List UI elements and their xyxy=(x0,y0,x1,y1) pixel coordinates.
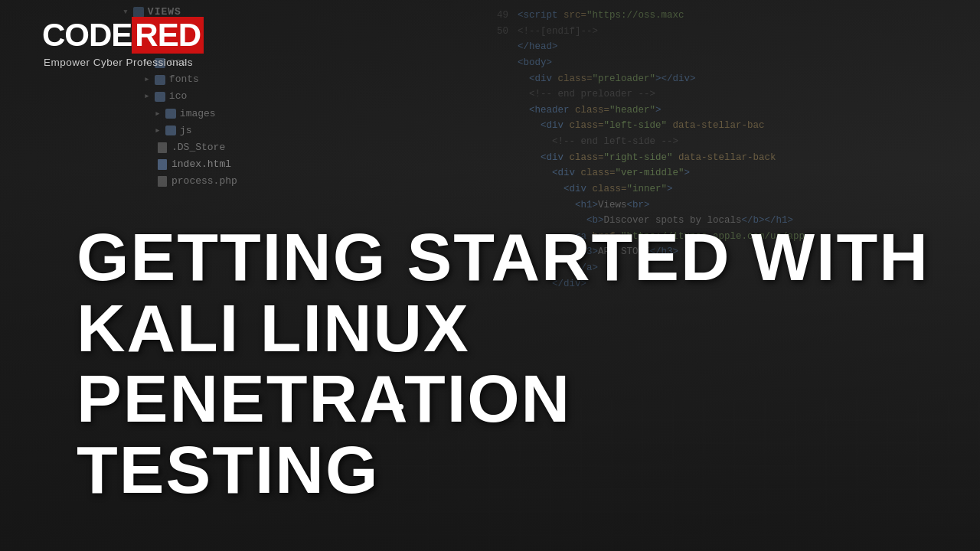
logo-tagline: Empower Cyber Professionals xyxy=(44,57,193,68)
main-title-text: GETTING STARTED WITH KALI LINUX PENETRAT… xyxy=(77,222,942,505)
decorative-dot xyxy=(398,404,403,409)
main-title-container: GETTING STARTED WITH KALI LINUX PENETRAT… xyxy=(77,222,942,505)
logo: CODERED xyxy=(42,17,204,54)
logo-container: CODERED Empower Cyber Professionals xyxy=(42,17,204,68)
logo-code-text: CODE xyxy=(42,17,132,54)
logo-red-text: RED xyxy=(132,17,204,54)
title-line-3: TESTING xyxy=(77,432,379,507)
title-line-2: KALI LINUX PENETRATION xyxy=(77,290,571,436)
title-line-1: GETTING STARTED WITH xyxy=(77,219,929,295)
